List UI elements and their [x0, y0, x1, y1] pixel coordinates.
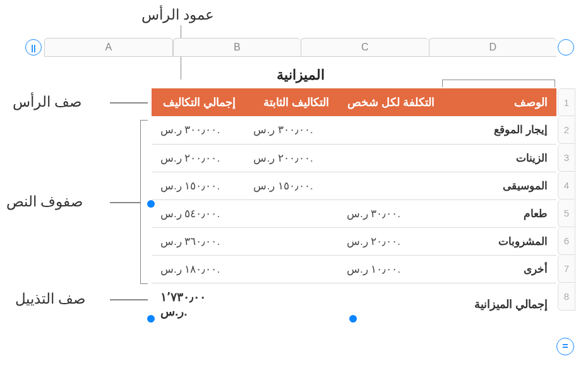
footer-desc[interactable]: إجمالي الميزانية	[443, 283, 556, 325]
table-row: أخرى ١٠٫٠٠ ر.س. ١٨٠٫٠٠ ر.س.	[152, 255, 556, 283]
leader-line	[110, 102, 148, 104]
selection-handle[interactable]	[147, 200, 155, 208]
cell-total[interactable]: ٥٤٠٫٠٠ ر.س.	[152, 199, 244, 227]
cell-desc[interactable]: المشروبات	[443, 227, 556, 255]
cell-per-person[interactable]: ٢٠٫٠٠ ر.س.	[338, 227, 443, 255]
cell-fixed[interactable]: ١٥٠٫٠٠ ر.س.	[244, 172, 337, 199]
col-header-c[interactable]: C	[301, 38, 429, 57]
cell-total[interactable]: ٢٠٠٫٠٠ ر.س.	[152, 144, 244, 172]
column-header-bar: A B C D	[44, 38, 556, 57]
cell-desc[interactable]: الموسيقى	[443, 172, 556, 199]
row-header-1[interactable]: 1	[558, 88, 575, 116]
cell-fixed[interactable]	[244, 255, 337, 283]
col-header-a[interactable]: A	[44, 38, 173, 57]
table-row: إيجار الموقع ٣٠٠٫٠٠ ر.س. ٣٠٠٫٠٠ ر.س.	[152, 116, 556, 144]
cell-fixed[interactable]: ٢٠٠٫٠٠ ر.س.	[244, 144, 337, 172]
cell-desc[interactable]: الزينات	[443, 144, 556, 172]
cell-fixed[interactable]: ٣٠٠٫٠٠ ر.س.	[244, 116, 337, 144]
cell-per-person[interactable]	[338, 144, 443, 172]
pause-icon[interactable]: ||	[25, 39, 42, 56]
row-header-6[interactable]: 6	[558, 227, 575, 255]
cell-per-person[interactable]	[338, 116, 443, 144]
row-header-4[interactable]: 4	[558, 172, 575, 199]
leader-line	[110, 202, 140, 203]
row-header-8[interactable]: 8	[558, 283, 575, 311]
annotation-header-row: صف الرأس	[13, 93, 82, 110]
annotation-body-rows: صفوف النص	[6, 193, 83, 210]
budget-table: الوصف التكلفة لكل شخص التكاليف الثابتة إ…	[152, 88, 556, 325]
leader-line	[110, 299, 148, 300]
header-per-person[interactable]: التكلفة لكل شخص	[338, 88, 443, 116]
table-title: الميزانية	[44, 67, 556, 83]
footer-fixed[interactable]	[244, 283, 337, 325]
table-row: طعام ٣٠٫٠٠ ر.س. ٥٤٠٫٠٠ ر.س.	[152, 199, 556, 227]
annotation-header-column: عمود الرأس	[141, 6, 214, 23]
selection-handle[interactable]	[349, 315, 357, 323]
table-header-row: الوصف التكلفة لكل شخص التكاليف الثابتة إ…	[152, 88, 556, 116]
cell-per-person[interactable]: ١٠٫٠٠ ر.س.	[338, 255, 443, 283]
table-row: المشروبات ٢٠٫٠٠ ر.س. ٣٦٠٫٠٠ ر.س.	[152, 227, 556, 255]
select-all-circle[interactable]	[558, 39, 574, 56]
cell-total[interactable]: ٣٦٠٫٠٠ ر.س.	[152, 227, 244, 255]
cell-desc[interactable]: طعام	[443, 199, 556, 227]
header-fixed[interactable]: التكاليف الثابتة	[244, 88, 337, 116]
table-row: الزينات ٢٠٠٫٠٠ ر.س. ٢٠٠٫٠٠ ر.س.	[152, 144, 556, 172]
footer-total[interactable]: ١٬٧٣٠٫٠٠ ر.س.	[152, 283, 244, 325]
table-row: الموسيقى ١٥٠٫٠٠ ر.س. ١٥٠٫٠٠ ر.س.	[152, 172, 556, 199]
cell-per-person[interactable]	[338, 172, 443, 199]
cell-total[interactable]: ١٨٠٫٠٠ ر.س.	[152, 255, 244, 283]
row-header-7[interactable]: 7	[558, 255, 575, 283]
cell-total[interactable]: ١٥٠٫٠٠ ر.س.	[152, 172, 244, 199]
row-header-bar: 1 2 3 4 5 6 7 8	[558, 88, 575, 311]
equals-icon[interactable]: =	[556, 338, 574, 355]
cell-desc[interactable]: إيجار الموقع	[443, 116, 556, 144]
row-header-2[interactable]: 2	[558, 116, 575, 144]
col-header-b[interactable]: B	[173, 38, 301, 57]
cell-total[interactable]: ٣٠٠٫٠٠ ر.س.	[152, 116, 244, 144]
row-header-5[interactable]: 5	[558, 199, 575, 227]
cell-per-person[interactable]: ٣٠٫٠٠ ر.س.	[338, 199, 443, 227]
header-total[interactable]: إجمالي التكاليف	[152, 88, 244, 116]
header-desc[interactable]: الوصف	[443, 88, 556, 116]
cell-fixed[interactable]	[244, 227, 337, 255]
col-header-d[interactable]: D	[429, 38, 557, 57]
selection-handle[interactable]	[147, 315, 155, 323]
cell-desc[interactable]: أخرى	[443, 255, 556, 283]
cell-fixed[interactable]	[244, 199, 337, 227]
bracket-body	[140, 120, 148, 284]
row-header-3[interactable]: 3	[558, 144, 575, 172]
annotation-footer-row: صف التذييل	[15, 290, 86, 307]
